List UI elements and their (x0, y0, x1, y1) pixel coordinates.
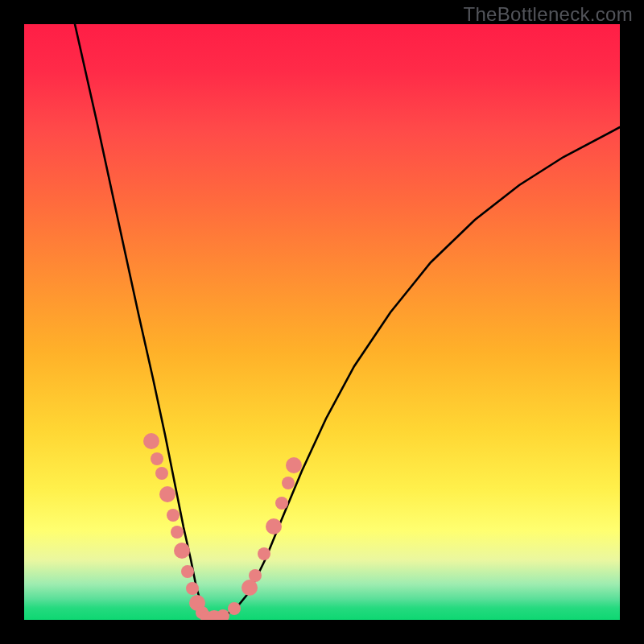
left-curve (75, 24, 211, 619)
marker-dot (266, 518, 282, 535)
marker-dot (275, 497, 288, 510)
marker-dot (151, 452, 163, 465)
curve-overlay (24, 24, 620, 620)
marker-dot (155, 467, 168, 480)
watermark-text: TheBottleneck.com (463, 3, 633, 26)
marker-dot (258, 547, 270, 560)
plot-area (24, 24, 620, 620)
marker-dot (286, 457, 302, 473)
marker-dot (186, 582, 199, 595)
marker-dot (228, 602, 241, 615)
marker-dot (181, 565, 194, 578)
marker-dot (249, 569, 262, 582)
chart-container: TheBottleneck.com (0, 0, 644, 644)
marker-dot (174, 543, 190, 559)
marker-dot (282, 477, 295, 489)
data-markers (143, 433, 302, 620)
marker-dot (171, 526, 184, 539)
marker-dot (143, 433, 159, 449)
marker-dot (167, 509, 180, 522)
marker-dot (217, 609, 229, 620)
marker-dot (159, 486, 175, 502)
right-curve (211, 127, 620, 619)
